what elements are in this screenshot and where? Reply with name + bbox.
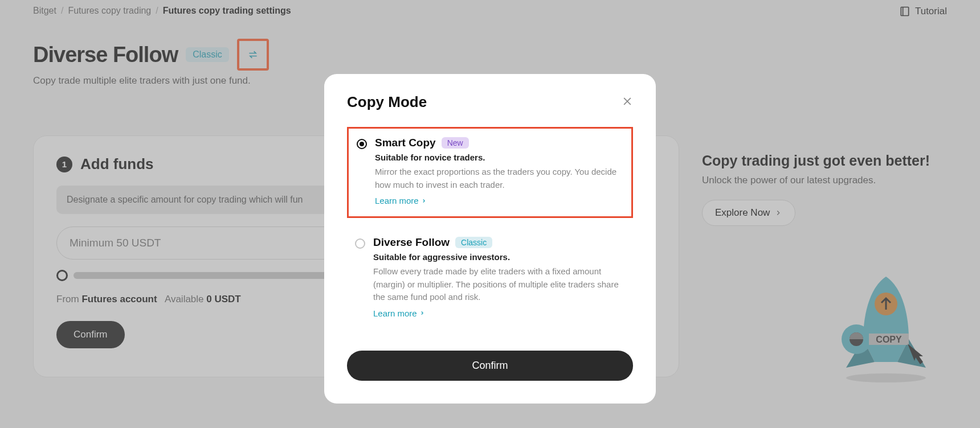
option-description: Follow every trade made by elite traders… xyxy=(373,265,625,304)
radio-diverse-follow[interactable] xyxy=(355,238,365,249)
copy-mode-modal: Copy Mode Smart Copy New Suitable for no… xyxy=(324,74,656,404)
new-badge: New xyxy=(442,137,469,149)
classic-badge: Classic xyxy=(455,237,492,248)
option-title: Smart Copy xyxy=(375,137,436,149)
option-subtitle: Suitable for novice traders. xyxy=(375,153,623,162)
radio-smart-copy[interactable] xyxy=(357,139,367,149)
option-description: Mirror the exact proportions as the trad… xyxy=(375,166,623,191)
chevron-right-icon xyxy=(419,310,425,316)
learn-more-link[interactable]: Learn more xyxy=(373,308,425,318)
modal-confirm-button[interactable]: Confirm xyxy=(347,351,633,381)
close-button[interactable] xyxy=(622,96,633,109)
option-diverse-follow[interactable]: Diverse Follow Classic Suitable for aggr… xyxy=(347,228,633,329)
modal-title: Copy Mode xyxy=(347,93,427,111)
option-subtitle: Suitable for aggressive investors. xyxy=(373,252,625,262)
chevron-right-icon xyxy=(421,198,427,204)
learn-more-link[interactable]: Learn more xyxy=(375,196,427,205)
option-smart-copy[interactable]: Smart Copy New Suitable for novice trade… xyxy=(347,127,633,218)
option-title: Diverse Follow xyxy=(373,236,450,249)
close-icon xyxy=(622,96,633,107)
